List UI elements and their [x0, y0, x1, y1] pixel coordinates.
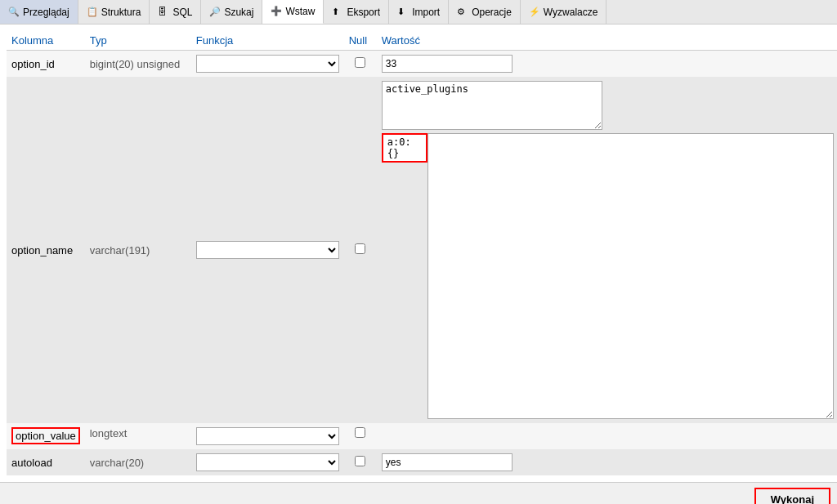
- nav-label-sql: SQL: [172, 7, 192, 18]
- option-value-highlighted-label: option_value: [11, 427, 80, 444]
- field-func-autoload: [191, 449, 344, 475]
- nav-label-struktura: Struktura: [101, 7, 141, 18]
- wstaw-icon: ➕: [271, 6, 282, 17]
- table-row: option_id bigint(20) unsigned: [7, 51, 837, 78]
- field-value-option-id: [377, 51, 837, 78]
- header-funkcja: Funkcja: [191, 31, 344, 51]
- field-null-option-name: [344, 77, 377, 423]
- header-wartosc: Wartość: [377, 31, 837, 51]
- nav-item-import[interactable]: ⬇ Import: [389, 0, 449, 24]
- null-checkbox-autoload[interactable]: [355, 456, 365, 466]
- nav-label-wstaw: Wstaw: [285, 6, 315, 17]
- option-name-value-container: active_plugins a:0:{}: [382, 81, 834, 419]
- null-checkbox-option-value[interactable]: [355, 427, 365, 438]
- field-type-option-id: bigint(20) unsigned: [85, 51, 191, 78]
- szukaj-icon: 🔎: [209, 7, 221, 18]
- nav-label-operacje: Operacje: [472, 7, 512, 18]
- nav-label-szukaj: Szukaj: [224, 7, 253, 18]
- nav-item-operacje[interactable]: ⚙ Operacje: [449, 0, 521, 24]
- func-select-option-id[interactable]: [196, 55, 339, 73]
- value-textarea-option-name-content[interactable]: [427, 133, 834, 419]
- action-row: Wykonaj: [0, 482, 837, 504]
- field-name-autoload: autoload: [7, 449, 85, 475]
- table-row: option_value longtext: [7, 423, 837, 449]
- func-select-option-value[interactable]: [196, 427, 339, 445]
- nav-item-przegladaj[interactable]: 🔍 Przeglądaj: [0, 0, 78, 24]
- top-navigation: 🔍 Przeglądaj 📋 Struktura 🗄 SQL 🔎 Szukaj …: [0, 0, 837, 25]
- field-name-option-value: option_value: [7, 423, 85, 449]
- nav-label-import: Import: [412, 7, 440, 18]
- func-select-option-name[interactable]: [196, 241, 339, 259]
- nav-item-szukaj[interactable]: 🔎 Szukaj: [201, 0, 262, 24]
- nav-item-sql[interactable]: 🗄 SQL: [150, 0, 201, 24]
- field-name-option-id: option_id: [7, 51, 85, 78]
- nav-item-eksport[interactable]: ⬆ Eksport: [324, 0, 389, 24]
- func-select-autoload[interactable]: [196, 453, 339, 471]
- field-name-option-name: option_name: [7, 77, 85, 423]
- nav-label-eksport: Eksport: [347, 7, 380, 18]
- value-input-option-id[interactable]: [382, 55, 512, 73]
- field-null-autoload: [344, 449, 377, 475]
- header-null: Null: [344, 31, 377, 51]
- header-typ: Typ: [85, 31, 191, 51]
- insert-table: Kolumna Typ Funkcja Null Wartość option_…: [7, 31, 837, 475]
- field-value-option-name: active_plugins a:0:{}: [377, 77, 837, 423]
- value-input-autoload[interactable]: [382, 453, 512, 471]
- main-content: Kolumna Typ Funkcja Null Wartość option_…: [0, 25, 837, 482]
- field-type-option-value: longtext: [85, 423, 191, 449]
- nav-item-wyzwalacze[interactable]: ⚡ Wyzwalacze: [521, 0, 607, 24]
- field-null-option-value: [344, 423, 377, 449]
- table-row: option_name varchar(191) active_plugins …: [7, 77, 837, 423]
- operacje-icon: ⚙: [457, 7, 468, 18]
- field-func-option-id: [191, 51, 344, 78]
- sql-icon: 🗄: [158, 7, 169, 18]
- value-textarea-option-name[interactable]: active_plugins: [382, 81, 602, 130]
- table-row: autoload varchar(20): [7, 449, 837, 475]
- nav-label-przegladaj: Przeglądaj: [23, 7, 69, 18]
- field-null-option-id: [344, 51, 377, 78]
- null-checkbox-option-id[interactable]: [355, 57, 365, 68]
- field-value-option-value: [377, 423, 837, 449]
- eksport-icon: ⬆: [332, 7, 343, 18]
- struktura-icon: 📋: [87, 7, 98, 18]
- code-box-a0: a:0:{}: [382, 133, 427, 163]
- nav-label-wyzwalacze: Wyzwalacze: [544, 7, 598, 18]
- import-icon: ⬇: [397, 7, 409, 18]
- null-checkbox-option-name[interactable]: [355, 243, 365, 254]
- wyzwalacze-icon: ⚡: [529, 7, 540, 18]
- field-value-autoload: [377, 449, 837, 475]
- field-func-option-name: [191, 77, 344, 423]
- przegladaj-icon: 🔍: [8, 7, 20, 18]
- field-func-option-value: [191, 423, 344, 449]
- execute-button[interactable]: Wykonaj: [754, 488, 830, 504]
- nav-item-wstaw[interactable]: ➕ Wstaw: [262, 0, 324, 24]
- field-type-option-name: varchar(191): [85, 77, 191, 423]
- nav-item-struktura[interactable]: 📋 Struktura: [78, 0, 150, 24]
- field-type-autoload: varchar(20): [85, 449, 191, 475]
- header-kolumna: Kolumna: [7, 31, 85, 51]
